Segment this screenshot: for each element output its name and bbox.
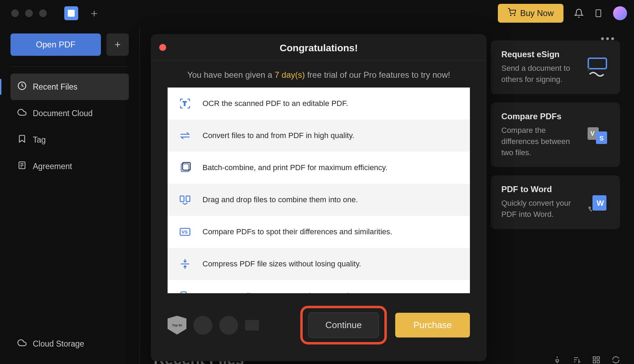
purchase-button[interactable]: Purchase — [395, 313, 470, 338]
view-controls — [553, 356, 620, 364]
svg-rect-28 — [186, 196, 190, 202]
feature-list-scroll[interactable]: T OCR the scanned PDF to an editable PDF… — [168, 88, 470, 293]
cloud-icon — [17, 338, 27, 349]
feature-text: Batch-combine, and print PDF for maximum… — [202, 163, 388, 172]
sidebar-item-label: Agreement — [33, 162, 72, 171]
svg-text:V: V — [590, 130, 595, 137]
feature-row-ocr: T OCR the scanned PDF to an editable PDF… — [168, 88, 470, 120]
svg-text:VS: VS — [182, 229, 188, 235]
word-icon: W — [585, 184, 610, 220]
window-controls — [11, 9, 47, 17]
cloud-icon — [17, 108, 27, 119]
extract-icon — [178, 289, 192, 293]
card-pdf-to-word[interactable]: PDF to Word Quickly convert your PDF int… — [491, 175, 620, 229]
card-compare-pdfs[interactable]: Compare PDFs Compare the differences bet… — [491, 103, 620, 167]
sidebar-divider — [10, 66, 129, 67]
svg-point-1 — [514, 15, 515, 16]
svg-text:T: T — [183, 101, 186, 107]
feature-text: Extract or Split any pages to suit your … — [202, 291, 355, 293]
card-request-esign[interactable]: Request eSign Send a document to others … — [491, 40, 620, 94]
feature-list: T OCR the scanned PDF to an editable PDF… — [168, 88, 470, 293]
svg-rect-23 — [597, 361, 599, 363]
sidebar-item-tag[interactable]: Tag — [10, 127, 129, 153]
notifications-icon[interactable] — [574, 8, 584, 18]
continue-button[interactable]: Continue — [308, 312, 379, 338]
pin-icon[interactable] — [553, 356, 561, 364]
modal-close-button[interactable] — [159, 44, 166, 51]
continue-highlight: Continue — [300, 306, 387, 344]
buy-now-button[interactable]: Buy Now — [498, 4, 563, 23]
user-avatar[interactable] — [613, 6, 627, 20]
sidebar-item-label: Cloud Storage — [33, 339, 84, 349]
combine-icon — [178, 193, 192, 207]
feature-cards: Request eSign Send a document to others … — [491, 40, 620, 229]
bookmark-icon — [17, 134, 27, 145]
modal-title: Congratulations! — [280, 43, 358, 54]
feature-text: Drag and drop files to combine them into… — [202, 195, 358, 204]
card-desc: Compare the differences between two file… — [501, 125, 578, 158]
sidebar-item-label: Recent Files — [33, 82, 78, 92]
ocr-icon: T — [178, 97, 192, 111]
svg-rect-31 — [181, 292, 186, 293]
svg-rect-20 — [593, 357, 596, 359]
svg-rect-9 — [588, 58, 606, 69]
feature-row-extract: Extract or Split any pages to suit your … — [168, 280, 470, 293]
sidebar-item-label: Document Cloud — [33, 109, 93, 118]
card-desc: Quickly convert your PDF into Word. — [501, 198, 578, 220]
window-minimize[interactable] — [25, 9, 33, 17]
svg-text:W: W — [597, 199, 604, 207]
window-maximize[interactable] — [39, 9, 47, 17]
badge-iso-icon — [219, 316, 238, 335]
sidebar: Open PDF + Recent Files Document Cloud T… — [0, 26, 140, 364]
feature-row-drag-drop: Drag and drop files to combine them into… — [168, 184, 470, 216]
sidebar-item-agreement[interactable]: Agreement — [10, 153, 129, 180]
sidebar-item-cloud-storage[interactable]: Cloud Storage — [10, 331, 129, 357]
esign-icon — [585, 50, 610, 85]
app-logo-icon — [64, 6, 78, 20]
card-title: Compare PDFs — [501, 112, 578, 121]
badge-top50: Top 50 — [168, 316, 186, 335]
app-tab-bar: + — [64, 6, 98, 20]
card-title: PDF to Word — [501, 184, 578, 194]
sidebar-item-recent-files[interactable]: Recent Files — [10, 74, 129, 100]
mobile-icon[interactable] — [594, 8, 603, 18]
compress-icon — [178, 257, 192, 271]
compare-icon: VS — [585, 112, 610, 158]
convert-icon — [178, 129, 192, 143]
feature-text: OCR the scanned PDF to an editable PDF. — [202, 99, 348, 108]
sidebar-item-label: Tag — [33, 135, 46, 145]
feature-row-compress: Compress PDF file sizes without losing q… — [168, 248, 470, 280]
add-tab-button[interactable]: + — [91, 7, 98, 20]
trust-badges: Top 50 — [168, 316, 292, 335]
clock-icon — [17, 81, 27, 92]
sidebar-item-document-cloud[interactable]: Document Cloud — [10, 100, 129, 127]
refresh-icon[interactable] — [612, 356, 620, 364]
new-file-button[interactable]: + — [106, 33, 129, 56]
document-icon — [17, 161, 27, 172]
grid-icon[interactable] — [592, 356, 600, 364]
badge-cert-icon — [245, 320, 259, 331]
svg-point-0 — [510, 15, 511, 16]
modal-footer: Top 50 Continue Purchase — [151, 293, 487, 361]
svg-text:S: S — [599, 135, 604, 142]
modal-header: Congratulations! — [151, 34, 487, 60]
batch-icon — [178, 161, 192, 175]
svg-rect-27 — [180, 196, 184, 202]
card-title: Request eSign — [501, 50, 578, 59]
feature-text: Compress PDF file sizes without losing q… — [202, 259, 361, 268]
feature-text: Convert files to and from PDF in high qu… — [202, 131, 354, 140]
open-pdf-button[interactable]: Open PDF — [10, 33, 101, 56]
feature-row-batch: Batch-combine, and print PDF for maximum… — [168, 152, 470, 184]
modal-subtitle: You have been given a 7 day(s) free tria… — [151, 60, 487, 88]
buy-now-label: Buy Now — [520, 8, 554, 18]
vs-icon: VS — [178, 225, 192, 239]
svg-rect-21 — [597, 357, 599, 359]
feature-row-compare: VS Compare PDFs to spot their difference… — [168, 216, 470, 248]
trial-duration: 7 day(s) — [275, 70, 305, 79]
cart-icon — [508, 8, 516, 18]
feature-row-convert: Convert files to and from PDF in high qu… — [168, 120, 470, 152]
sort-icon[interactable] — [573, 356, 581, 364]
badge-award-icon — [193, 316, 212, 335]
svg-rect-2 — [596, 10, 601, 17]
window-close[interactable] — [11, 9, 19, 17]
